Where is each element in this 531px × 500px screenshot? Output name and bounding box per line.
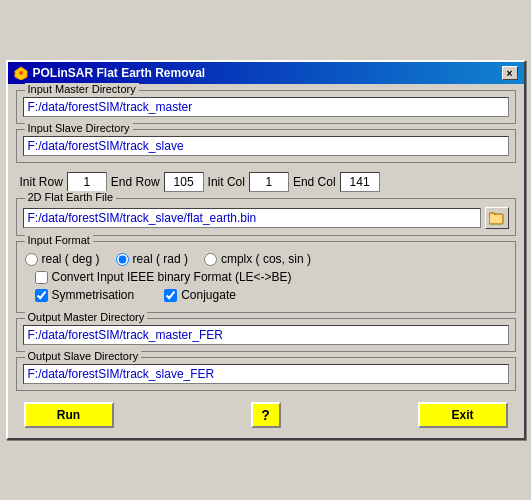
init-row-input[interactable] (67, 172, 107, 192)
input-format-group: Input Format real ( deg ) real ( rad ) c… (16, 241, 516, 313)
content-area: Input Master Directory Input Slave Direc… (8, 84, 524, 438)
flat-earth-input[interactable] (23, 208, 481, 228)
radio-row: real ( deg ) real ( rad ) cmplx ( cos, s… (25, 252, 507, 266)
folder-icon (489, 211, 505, 225)
output-slave-dir-field[interactable] (23, 364, 509, 384)
radio-cmplx: cmplx ( cos, sin ) (204, 252, 311, 266)
svg-point-1 (19, 71, 23, 75)
radio-cmplx-label: cmplx ( cos, sin ) (221, 252, 311, 266)
end-row-label: End Row (111, 175, 160, 189)
input-slave-dir-label: Input Slave Directory (25, 122, 133, 134)
close-button[interactable]: × (502, 66, 518, 80)
flat-earth-label: 2D Flat Earth File (25, 191, 117, 203)
input-slave-dir-field[interactable] (23, 136, 509, 156)
svg-rect-4 (490, 215, 502, 223)
sym-conj-row: Symmetrisation Conjugate (35, 288, 507, 302)
output-slave-dir-group: Output Slave Directory (16, 357, 516, 391)
output-master-dir-label: Output Master Directory (25, 311, 148, 323)
convert-label: Convert Input IEEE binary Format (LE<->B… (52, 270, 292, 284)
radio-real-rad-input[interactable] (116, 253, 129, 266)
main-window: POLinSAR Flat Earth Removal × Input Mast… (6, 60, 526, 440)
radio-real-rad: real ( rad ) (116, 252, 188, 266)
radio-real-deg-label: real ( deg ) (42, 252, 100, 266)
conjugate-label: Conjugate (181, 288, 236, 302)
title-bar: POLinSAR Flat Earth Removal × (8, 62, 524, 84)
radio-real-deg: real ( deg ) (25, 252, 100, 266)
end-col-input[interactable] (340, 172, 380, 192)
symmetrisation-label: Symmetrisation (52, 288, 135, 302)
conjugate-checkbox[interactable] (164, 289, 177, 302)
help-button[interactable]: ? (251, 402, 281, 428)
output-master-dir-group: Output Master Directory (16, 318, 516, 352)
radio-real-deg-input[interactable] (25, 253, 38, 266)
browse-flat-earth-button[interactable] (485, 207, 509, 229)
exit-button[interactable]: Exit (418, 402, 508, 428)
window-title: POLinSAR Flat Earth Removal (33, 66, 206, 80)
init-row-label: Init Row (20, 175, 63, 189)
convert-checkbox-row: Convert Input IEEE binary Format (LE<->B… (35, 270, 507, 284)
flat-earth-file-group: 2D Flat Earth File (16, 198, 516, 236)
input-master-dir-field[interactable] (23, 97, 509, 117)
app-icon (14, 66, 28, 80)
end-row-input[interactable] (164, 172, 204, 192)
input-master-dir-group: Input Master Directory (16, 90, 516, 124)
input-format-label: Input Format (25, 234, 93, 246)
radio-cmplx-input[interactable] (204, 253, 217, 266)
input-master-dir-label: Input Master Directory (25, 83, 139, 95)
init-col-input[interactable] (249, 172, 289, 192)
input-slave-dir-group: Input Slave Directory (16, 129, 516, 163)
init-col-label: Init Col (208, 175, 245, 189)
end-col-label: End Col (293, 175, 336, 189)
title-bar-left: POLinSAR Flat Earth Removal (14, 66, 206, 80)
output-master-dir-field[interactable] (23, 325, 509, 345)
bottom-buttons: Run ? Exit (16, 396, 516, 432)
output-slave-dir-label: Output Slave Directory (25, 350, 142, 362)
conjugate-item: Conjugate (164, 288, 236, 302)
symmetrisation-item: Symmetrisation (35, 288, 135, 302)
radio-real-rad-label: real ( rad ) (133, 252, 188, 266)
run-button[interactable]: Run (24, 402, 114, 428)
symmetrisation-checkbox[interactable] (35, 289, 48, 302)
convert-checkbox[interactable] (35, 271, 48, 284)
